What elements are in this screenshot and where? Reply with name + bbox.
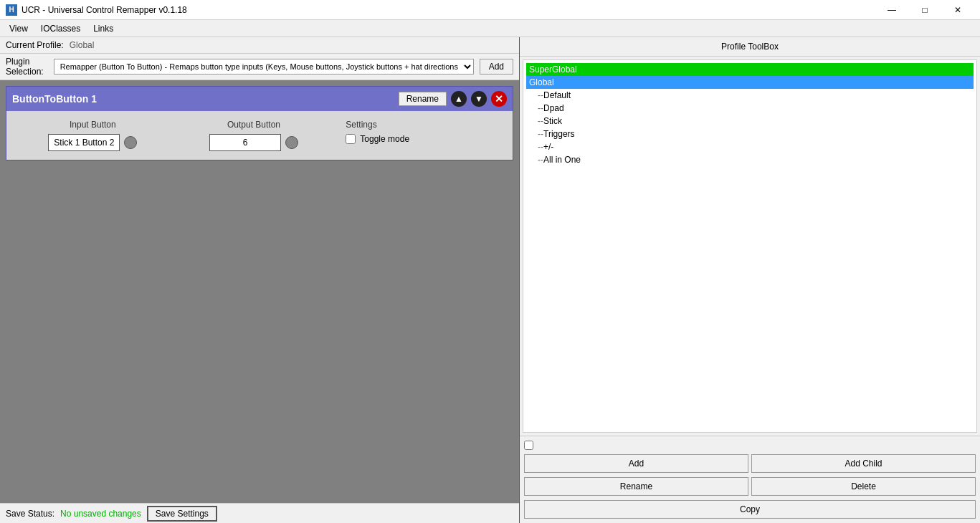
input-column: Input Button Stick 1 Button 2 (12, 117, 173, 154)
tree-item-global[interactable]: Global (526, 76, 974, 89)
plugin-add-button[interactable]: Add (480, 59, 513, 75)
left-main: ButtonToButton 1 Rename ▲ ▼ ✕ Input Butt… (0, 80, 519, 503)
plugin-select[interactable]: Remapper (Button To Button) - Remaps but… (54, 59, 474, 75)
tree-item-stick[interactable]: Stick (526, 115, 974, 128)
toggle-mode-label: Toggle mode (360, 134, 409, 144)
tree-item-dpad[interactable]: Dpad (526, 102, 974, 115)
output-column-content: 6 (209, 134, 298, 151)
profile-label: Current Profile: (6, 40, 64, 50)
input-button[interactable]: Stick 1 Button 2 (48, 134, 120, 151)
plugin-label: Plugin Selection: (6, 57, 48, 77)
title-bar-left: H UCR - Universal Control Remapper v0.1.… (6, 4, 187, 16)
toggle-mode: Toggle mode (346, 134, 409, 144)
plugin-title: ButtonToButton 1 (12, 93, 394, 105)
menu-view[interactable]: View (3, 21, 34, 36)
output-button[interactable]: 6 (209, 134, 281, 151)
tree-item-all-in-one[interactable]: All in One (526, 153, 974, 166)
plugin-up-button[interactable]: ▲ (451, 91, 467, 107)
save-settings-button[interactable]: Save Settings (147, 506, 217, 522)
plugin-block: ButtonToButton 1 Rename ▲ ▼ ✕ Input Butt… (6, 86, 513, 160)
copy-profile-button[interactable]: Copy (524, 500, 976, 519)
profile-value: Global (70, 40, 95, 50)
profile-row: Current Profile: Global (0, 37, 519, 54)
app-icon: H (6, 4, 17, 16)
add-profile-button[interactable]: Add (524, 454, 748, 473)
output-column: Output Button 6 (173, 117, 335, 154)
settings-column: Settings Toggle mode (334, 117, 507, 154)
maximize-button[interactable]: □ (908, 0, 941, 20)
add-child-button[interactable]: Add Child (751, 454, 976, 473)
title-bar-controls: — □ ✕ (875, 0, 974, 20)
checkbox-row (524, 441, 976, 450)
output-indicator (285, 136, 298, 149)
bottom-btns-row1: Add Add Child (524, 454, 976, 473)
tree-item-default[interactable]: Default (526, 89, 974, 102)
plugin-rename-button[interactable]: Rename (399, 92, 447, 106)
right-panel-title: Profile ToolBox (520, 37, 980, 57)
save-status-value: No unsaved changes (60, 509, 141, 519)
bottom-btns-row2: Rename Delete (524, 477, 976, 496)
plugin-row: Plugin Selection: Remapper (Button To Bu… (0, 54, 519, 80)
app-container: Current Profile: Global Plugin Selection… (0, 37, 980, 523)
profile-checkbox[interactable] (524, 441, 533, 450)
tree-item-superglobal[interactable]: SuperGlobal (526, 63, 974, 76)
bottom-btns-row3: Copy (524, 500, 976, 519)
profile-tree[interactable]: SuperGlobalGlobalDefaultDpadStickTrigger… (523, 59, 977, 433)
save-status-label: Save Status: (6, 509, 54, 519)
input-indicator (124, 136, 137, 149)
tree-item-triggers[interactable]: Triggers (526, 128, 974, 140)
toggle-mode-checkbox[interactable] (346, 134, 356, 144)
rename-profile-button[interactable]: Rename (524, 477, 748, 496)
settings-column-header: Settings (346, 120, 376, 130)
plugin-down-button[interactable]: ▼ (471, 91, 487, 107)
delete-profile-button[interactable]: Delete (751, 477, 976, 496)
plugin-content: Input Button Stick 1 Button 2 Output But… (6, 111, 513, 160)
minimize-button[interactable]: — (875, 0, 908, 20)
plugin-close-button[interactable]: ✕ (491, 91, 507, 107)
close-button[interactable]: ✕ (941, 0, 974, 20)
output-column-header: Output Button (227, 120, 280, 130)
menu-links[interactable]: Links (87, 21, 120, 36)
plugin-header: ButtonToButton 1 Rename ▲ ▼ ✕ (6, 87, 513, 111)
input-column-content: Stick 1 Button 2 (48, 134, 137, 151)
status-bar: Save Status: No unsaved changes Save Set… (0, 503, 519, 523)
left-panel: Current Profile: Global Plugin Selection… (0, 37, 520, 523)
plugin-columns: Input Button Stick 1 Button 2 Output But… (12, 117, 507, 154)
tree-item-+/-[interactable]: +/- (526, 140, 974, 153)
app-title: UCR - Universal Control Remapper v0.1.18 (22, 5, 187, 15)
menu-bar: View IOClasses Links (0, 20, 980, 37)
title-bar: H UCR - Universal Control Remapper v0.1.… (0, 0, 980, 20)
input-column-header: Input Button (70, 120, 116, 130)
right-panel: Profile ToolBox SuperGlobalGlobalDefault… (520, 37, 980, 523)
menu-ioclasses[interactable]: IOClasses (34, 21, 87, 36)
profile-bottom: Add Add Child Rename Delete Copy (520, 436, 980, 523)
